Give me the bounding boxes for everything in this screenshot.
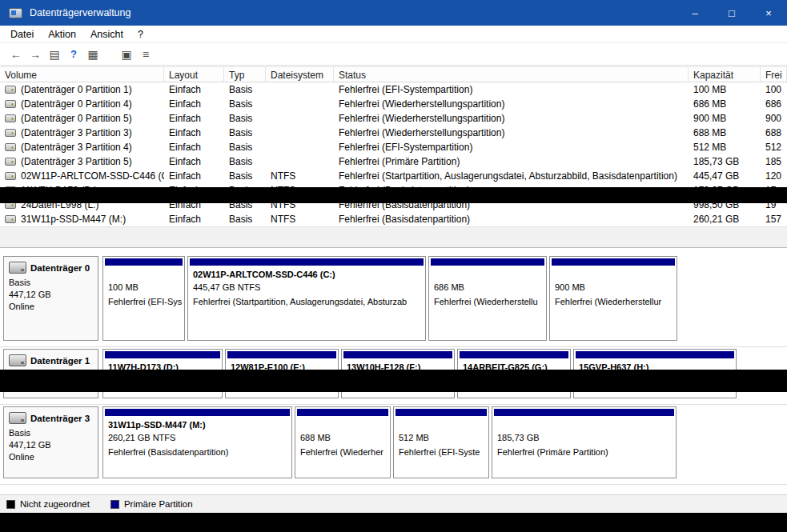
drive-icon	[5, 215, 16, 223]
horizontal-scrollbar[interactable]	[0, 226, 787, 248]
menu-bar: Datei Aktion Ansicht ?	[0, 26, 787, 43]
fs-cell	[266, 126, 334, 140]
column-header-layout[interactable]: Layout	[164, 67, 224, 82]
status-cell: Fehlerfrei (EFI-Systempartition)	[334, 140, 689, 154]
capacity-cell: 100 MB	[689, 82, 761, 97]
layout-cell: Einfach	[164, 212, 224, 226]
partition-box[interactable]: 686 MB Fehlerfrei (Wiederherstellu	[428, 256, 547, 341]
fs-cell	[266, 111, 334, 126]
disk-size: 447,12 GB	[9, 439, 93, 451]
maximize-button[interactable]: □	[713, 0, 750, 26]
free-cell: 185	[761, 154, 787, 169]
disk-state: Online	[9, 451, 93, 463]
capacity-cell: 260,21 GB	[689, 212, 761, 226]
free-cell: 688	[761, 126, 787, 140]
table-row[interactable]: (Datenträger 3 Partition 3) Einfach Basi…	[0, 126, 787, 140]
hdd-icon	[9, 354, 26, 366]
legend-label: Primäre Partition	[124, 499, 193, 509]
column-header-typ[interactable]: Typ	[224, 67, 266, 82]
status-cell: Fehlerfrei (Wiederherstellungspartition)	[334, 97, 689, 111]
partition-box[interactable]: 185,73 GB Fehlerfrei (Primäre Partition)	[492, 406, 677, 478]
volume-cell: 31W11p-SSD-M447 (M:)	[21, 214, 126, 225]
typ-cell: Basis	[224, 169, 266, 183]
back-icon[interactable]: ←	[6, 46, 26, 63]
partition-status: Fehlerfrei (Startpartition, Auslagerungs…	[193, 296, 420, 309]
drive-icon	[5, 86, 16, 94]
disk-label-3[interactable]: Datenträger 3 Basis 447,12 GB Online	[3, 406, 98, 478]
free-cell: 900	[761, 111, 787, 126]
forward-icon[interactable]: →	[26, 46, 45, 63]
partition-color-strip	[227, 351, 336, 358]
volume-cell: (Datenträger 3 Partition 3)	[21, 127, 132, 138]
table-row[interactable]: (Datenträger 0 Partition 1) Einfach Basi…	[0, 82, 787, 97]
drive-icon	[5, 172, 16, 180]
legend-item-primary: Primäre Partition	[110, 499, 193, 509]
partition-status: Fehlerfrei (Wiederher	[300, 446, 385, 459]
table-row[interactable]: (Datenträger 3 Partition 5) Einfach Basi…	[0, 154, 787, 169]
partition-title	[300, 419, 385, 432]
toolbar: ← → ▤ ? ▦ ▣ ≡	[0, 43, 787, 66]
menu-datei[interactable]: Datei	[3, 27, 41, 42]
partition-box[interactable]: 512 MB Fehlerfrei (EFI-Syste	[393, 406, 489, 478]
console-tree-icon[interactable]: ▤	[45, 46, 64, 63]
redaction-bar	[0, 370, 787, 392]
partition-status: Fehlerfrei (EFI-Syste	[399, 446, 484, 459]
partition-title	[399, 419, 484, 432]
menu-aktion[interactable]: Aktion	[41, 27, 83, 42]
table-row[interactable]: 31W11p-SSD-M447 (M:) Einfach Basis NTFS …	[0, 212, 787, 226]
partition-box[interactable]: 900 MB Fehlerfrei (Wiederherstellur	[549, 256, 677, 341]
free-cell: 157	[761, 212, 787, 226]
fs-cell: NTFS	[266, 169, 334, 183]
list-view-icon[interactable]: ▦	[83, 46, 102, 63]
layout-cell: Einfach	[164, 82, 224, 97]
volume-cell: (Datenträger 0 Partition 4)	[21, 98, 132, 110]
partition-box[interactable]: 31W11p-SSD-M447 (M:) 260,21 GB NTFS Fehl…	[102, 406, 292, 478]
capacity-cell: 512 MB	[689, 140, 761, 154]
partition-color-strip	[105, 258, 183, 266]
volume-cell: 02W11P-ARLTCOM-SSD-C446 (C:)	[21, 170, 164, 182]
partition-color-strip	[190, 258, 424, 266]
partition-size: 185,73 GB	[497, 432, 671, 445]
layout-cell: Einfach	[164, 154, 224, 169]
column-header-status[interactable]: Status	[334, 67, 689, 82]
column-header-frei[interactable]: Frei	[761, 67, 787, 82]
help-icon[interactable]: ?	[64, 46, 83, 63]
column-header-dateisystem[interactable]: Dateisystem	[266, 67, 334, 82]
table-row[interactable]: (Datenträger 0 Partition 5) Einfach Basi…	[0, 111, 787, 126]
minimize-button[interactable]: –	[677, 0, 713, 26]
typ-cell: Basis	[224, 140, 266, 154]
table-row[interactable]: 02W11P-ARLTCOM-SSD-C446 (C:) Einfach Bas…	[0, 169, 787, 183]
partition-status: Fehlerfrei (Basisdatenpartition)	[108, 446, 287, 459]
properties-icon[interactable]: ≡	[136, 46, 155, 63]
column-header-kapazitaet[interactable]: Kapazität	[689, 67, 761, 82]
status-cell: Fehlerfrei (Wiederherstellungspartition)	[334, 111, 689, 126]
partition-color-strip	[494, 409, 674, 416]
table-row[interactable]: (Datenträger 0 Partition 4) Einfach Basi…	[0, 97, 787, 111]
close-button[interactable]: ×	[750, 0, 787, 26]
capacity-cell: 900 MB	[689, 111, 761, 126]
status-cell: Fehlerfrei (Startpartition, Auslagerungs…	[334, 169, 689, 183]
unallocated-swatch	[6, 500, 15, 509]
status-cell: Fehlerfrei (Wiederherstellungspartition)	[334, 126, 689, 140]
menu-ansicht[interactable]: Ansicht	[83, 27, 130, 42]
menu-hilfe[interactable]: ?	[130, 27, 151, 42]
disk-name: Datenträger 1	[30, 356, 90, 366]
partition-color-strip	[552, 258, 675, 266]
column-header-volume[interactable]: Volume	[0, 67, 164, 82]
fs-cell: NTFS	[266, 212, 334, 226]
partition-title	[108, 269, 179, 282]
hdd-icon	[9, 262, 26, 274]
disk-label-0[interactable]: Datenträger 0 Basis 447,12 GB Online	[3, 256, 98, 341]
disk-name: Datenträger 0	[30, 263, 90, 273]
free-cell: 512	[761, 140, 787, 154]
partition-title: 02W11P-ARLTCOM-SSD-C446 (C:)	[193, 269, 420, 282]
legend-label: Nicht zugeordnet	[20, 499, 90, 509]
partition-box[interactable]: 02W11P-ARLTCOM-SSD-C446 (C:) 445,47 GB N…	[187, 256, 426, 341]
fs-cell	[266, 97, 334, 111]
table-row[interactable]: (Datenträger 3 Partition 4) Einfach Basi…	[0, 140, 787, 154]
partition-box[interactable]: 100 MB Fehlerfrei (EFI-Sys	[102, 256, 185, 341]
partition-box[interactable]: 688 MB Fehlerfrei (Wiederher	[295, 406, 391, 478]
partition-size: 445,47 GB NTFS	[193, 282, 420, 294]
fs-cell	[266, 154, 334, 169]
disk-actions-icon[interactable]: ▣	[117, 46, 136, 63]
